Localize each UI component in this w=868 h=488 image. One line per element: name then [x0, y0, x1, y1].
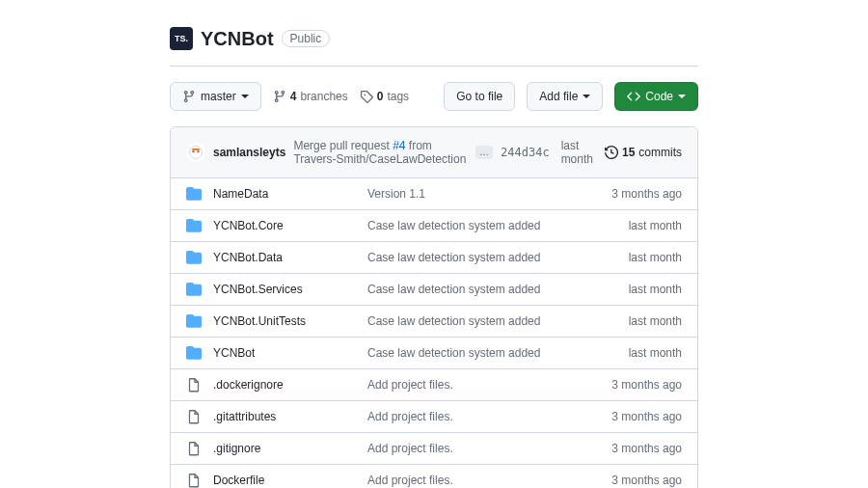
- add-file-button[interactable]: Add file: [527, 82, 603, 111]
- org-logo[interactable]: TS.: [170, 27, 193, 50]
- commit-msg-link[interactable]: #4: [393, 139, 405, 152]
- file-commit-msg[interactable]: Add project files.: [367, 407, 611, 426]
- branch-icon: [182, 90, 196, 103]
- code-icon: [627, 90, 640, 103]
- file-icon: [186, 441, 202, 456]
- file-icon: [186, 473, 202, 488]
- commit-author[interactable]: samlansleyts: [213, 146, 285, 159]
- file-commit-msg[interactable]: Case law detection system added: [367, 312, 629, 331]
- svg-point-1: [192, 150, 194, 152]
- folder-icon: [186, 186, 202, 202]
- file-row: .dockerignoreAdd project files.3 months …: [171, 368, 697, 400]
- branch-name: master: [201, 87, 236, 106]
- file-row: YCNBot.DataCase law detection system add…: [171, 241, 697, 273]
- file-icon: [186, 441, 202, 456]
- file-row: DockerfileAdd project files.3 months ago: [171, 464, 697, 488]
- repo-name[interactable]: YCNBot: [201, 28, 274, 50]
- file-age: 3 months ago: [611, 407, 682, 426]
- file-age: last month: [629, 216, 682, 235]
- branch-selector-button[interactable]: master: [170, 82, 261, 111]
- branches-count: 4: [290, 90, 297, 103]
- folder-icon: [186, 345, 202, 361]
- file-age: last month: [629, 343, 682, 363]
- folder-icon: [186, 186, 202, 202]
- svg-rect-3: [192, 149, 200, 150]
- file-commit-msg[interactable]: Add project files.: [367, 471, 611, 488]
- file-list: NameDataVersion 1.13 months agoYCNBot.Co…: [171, 178, 697, 488]
- avatar-icon: [189, 146, 203, 159]
- folder-icon: [186, 250, 202, 265]
- chevron-down-icon: [241, 95, 249, 98]
- file-age: 3 months ago: [611, 184, 682, 203]
- branch-icon: [273, 90, 286, 103]
- file-name-link[interactable]: YCNBot.UnitTests: [213, 312, 367, 331]
- file-age: 3 months ago: [611, 375, 682, 394]
- file-name-link[interactable]: YCNBot.Data: [213, 248, 367, 267]
- file-row: NameDataVersion 1.13 months ago: [171, 178, 697, 209]
- expand-commit-button[interactable]: …: [475, 146, 493, 159]
- file-commit-msg[interactable]: Case law detection system added: [367, 280, 629, 299]
- repo-header: TS. YCNBot Public: [170, 27, 698, 50]
- file-icon: [186, 377, 202, 393]
- file-age: 3 months ago: [611, 439, 682, 458]
- file-name-link[interactable]: .gitattributes: [213, 407, 367, 426]
- tags-label: tags: [387, 90, 409, 103]
- tags-count: 0: [377, 90, 384, 103]
- branches-link[interactable]: 4 branches: [273, 90, 348, 103]
- file-name-link[interactable]: YCNBot.Core: [213, 216, 367, 235]
- file-icon: [186, 377, 202, 393]
- folder-icon: [186, 282, 202, 297]
- tag-icon: [360, 90, 373, 103]
- folder-icon: [186, 313, 202, 329]
- file-icon: [186, 409, 202, 424]
- file-row: YCNBot.ServicesCase law detection system…: [171, 273, 697, 305]
- go-to-file-button[interactable]: Go to file: [444, 82, 515, 111]
- file-name-link[interactable]: Dockerfile: [213, 471, 367, 488]
- commits-count: 15: [622, 146, 635, 159]
- file-icon: [186, 409, 202, 424]
- file-row: YCNBotCase law detection system addedlas…: [171, 337, 697, 368]
- file-list-container: samlansleyts Merge pull request #4 from …: [170, 126, 698, 488]
- folder-icon: [186, 250, 202, 265]
- avatar[interactable]: [186, 143, 205, 162]
- file-icon: [186, 473, 202, 488]
- add-file-label: Add file: [539, 87, 578, 106]
- file-age: last month: [629, 312, 682, 331]
- commit-message[interactable]: Merge pull request #4 from Travers-Smith…: [293, 139, 468, 166]
- commit-bar: samlansleyts Merge pull request #4 from …: [171, 127, 697, 178]
- actions-row: master 4 branches 0 tags Go to file Add …: [170, 82, 698, 111]
- file-row: .gitignoreAdd project files.3 months ago: [171, 432, 697, 464]
- file-name-link[interactable]: NameData: [213, 184, 367, 203]
- file-row: YCNBot.CoreCase law detection system add…: [171, 209, 697, 241]
- folder-icon: [186, 218, 202, 233]
- folder-icon: [186, 218, 202, 233]
- visibility-badge: Public: [282, 30, 331, 47]
- file-commit-msg[interactable]: Case law detection system added: [367, 216, 629, 235]
- code-label: Code: [645, 87, 673, 106]
- file-row: YCNBot.UnitTestsCase law detection syste…: [171, 305, 697, 337]
- file-commit-msg[interactable]: Add project files.: [367, 439, 611, 458]
- file-commit-msg[interactable]: Add project files.: [367, 375, 611, 394]
- tags-link[interactable]: 0 tags: [360, 90, 409, 103]
- file-age: last month: [629, 248, 682, 267]
- file-name-link[interactable]: .gitignore: [213, 439, 367, 458]
- file-commit-msg[interactable]: Version 1.1: [367, 184, 611, 203]
- svg-point-0: [189, 146, 202, 158]
- commits-link[interactable]: 15 commits: [605, 146, 682, 159]
- chevron-down-icon: [583, 95, 590, 98]
- file-age: last month: [629, 280, 682, 299]
- commit-time: last month: [561, 139, 593, 166]
- file-commit-msg[interactable]: Case law detection system added: [367, 248, 629, 267]
- file-name-link[interactable]: .dockerignore: [213, 375, 367, 394]
- code-button[interactable]: Code: [614, 82, 698, 111]
- file-name-link[interactable]: YCNBot.Services: [213, 280, 367, 299]
- commit-msg-prefix: Merge pull request: [293, 139, 389, 152]
- commit-sha[interactable]: 244d34c: [501, 146, 550, 159]
- history-icon: [605, 146, 618, 159]
- file-name-link[interactable]: YCNBot: [213, 343, 367, 363]
- commits-label: commits: [638, 146, 682, 159]
- folder-icon: [186, 345, 202, 361]
- file-commit-msg[interactable]: Case law detection system added: [367, 343, 629, 363]
- chevron-down-icon: [678, 95, 686, 98]
- org-abbr: TS.: [175, 34, 188, 43]
